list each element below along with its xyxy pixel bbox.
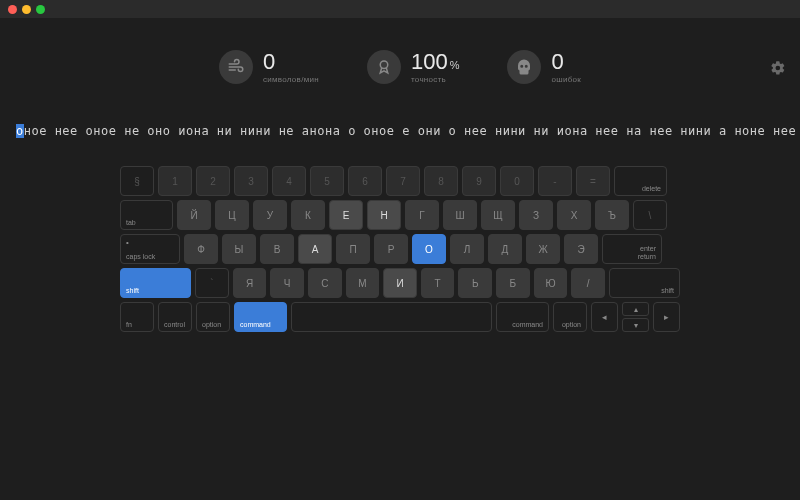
key-Г[interactable]: Г (405, 200, 439, 230)
key-left-command[interactable]: command (234, 302, 287, 332)
key-arrow-up[interactable]: ▴ (622, 302, 649, 316)
key-Р[interactable]: Р (374, 234, 408, 264)
speed-label: символов/мин (263, 75, 319, 84)
keyboard: §1234567890-=delete tabЙЦУКЕНГШЩЗХЪ\ •ca… (120, 166, 680, 332)
key-arrow-down[interactable]: ▾ (622, 318, 649, 332)
key-К[interactable]: К (291, 200, 325, 230)
key-Т[interactable]: Т (421, 268, 455, 298)
key-З[interactable]: З (519, 200, 553, 230)
key-5[interactable]: 5 (310, 166, 344, 196)
settings-button[interactable] (770, 60, 786, 76)
key-О[interactable]: О (412, 234, 446, 264)
key-return[interactable]: enterreturn (602, 234, 662, 264)
window-titlebar (0, 0, 800, 18)
key-§[interactable]: § (120, 166, 154, 196)
key-С[interactable]: С (308, 268, 342, 298)
key-Ж[interactable]: Ж (526, 234, 560, 264)
key-left-shift[interactable]: shift (120, 268, 191, 298)
key-Ь[interactable]: Ь (458, 268, 492, 298)
key-capslock[interactable]: •caps lock (120, 234, 180, 264)
key-Ы[interactable]: Ы (222, 234, 256, 264)
key-3[interactable]: 3 (234, 166, 268, 196)
accuracy-value: 100 (411, 51, 448, 73)
stat-speed: 0 символов/мин (219, 50, 319, 84)
key-9[interactable]: 9 (462, 166, 496, 196)
close-window-button[interactable] (8, 5, 17, 14)
key-arrow-left[interactable]: ◂ (591, 302, 618, 332)
key-\[interactable]: \ (633, 200, 667, 230)
speed-value: 0 (263, 51, 275, 73)
typing-rest: ное нее оное не оно иона ни нини не анон… (24, 124, 796, 138)
key-control[interactable]: control (158, 302, 192, 332)
key-Л[interactable]: Л (450, 234, 484, 264)
wind-icon (219, 50, 253, 84)
accuracy-label: точность (411, 75, 460, 84)
key-Е[interactable]: Е (329, 200, 363, 230)
award-icon (367, 50, 401, 84)
key-Я[interactable]: Я (233, 268, 267, 298)
key-`[interactable]: ` (195, 268, 229, 298)
stat-errors: 0 ошибок (507, 50, 581, 84)
accuracy-suffix: % (450, 60, 460, 71)
key--[interactable]: - (538, 166, 572, 196)
key-fn[interactable]: fn (120, 302, 154, 332)
key-Щ[interactable]: Щ (481, 200, 515, 230)
key-Х[interactable]: Х (557, 200, 591, 230)
key-А[interactable]: А (298, 234, 332, 264)
key-7[interactable]: 7 (386, 166, 420, 196)
key-6[interactable]: 6 (348, 166, 382, 196)
typing-line[interactable]: оное нее оное не оно иона ни нини не ано… (0, 124, 800, 138)
key-Й[interactable]: Й (177, 200, 211, 230)
key-tab[interactable]: tab (120, 200, 173, 230)
key-Н[interactable]: Н (367, 200, 401, 230)
skull-icon (507, 50, 541, 84)
key-Ю[interactable]: Ю (534, 268, 568, 298)
key-Ц[interactable]: Ц (215, 200, 249, 230)
stats-row: 0 символов/мин 100% точность 0 ошибок (0, 50, 800, 84)
key-М[interactable]: М (346, 268, 380, 298)
typing-cursor: о (16, 124, 24, 138)
key-delete[interactable]: delete (614, 166, 667, 196)
svg-point-0 (380, 61, 388, 69)
key-Ъ[interactable]: Ъ (595, 200, 629, 230)
key-right-shift[interactable]: shift (609, 268, 680, 298)
key-left-option[interactable]: option (196, 302, 230, 332)
key-Ф[interactable]: Ф (184, 234, 218, 264)
key-=[interactable]: = (576, 166, 610, 196)
key-2[interactable]: 2 (196, 166, 230, 196)
key-П[interactable]: П (336, 234, 370, 264)
key-right-command[interactable]: command (496, 302, 549, 332)
stat-accuracy: 100% точность (367, 50, 460, 84)
key-right-option[interactable]: option (553, 302, 587, 332)
key-1[interactable]: 1 (158, 166, 192, 196)
key-/[interactable]: / (571, 268, 605, 298)
key-Ч[interactable]: Ч (270, 268, 304, 298)
errors-label: ошибок (551, 75, 581, 84)
key-В[interactable]: В (260, 234, 294, 264)
key-Б[interactable]: Б (496, 268, 530, 298)
key-Э[interactable]: Э (564, 234, 598, 264)
errors-value: 0 (551, 51, 563, 73)
key-space[interactable] (291, 302, 492, 332)
app-frame: 0 символов/мин 100% точность 0 ошибок он… (0, 50, 800, 500)
minimize-window-button[interactable] (22, 5, 31, 14)
key-arrow-right[interactable]: ▸ (653, 302, 680, 332)
key-4[interactable]: 4 (272, 166, 306, 196)
key-У[interactable]: У (253, 200, 287, 230)
key-Ш[interactable]: Ш (443, 200, 477, 230)
key-И[interactable]: И (383, 268, 417, 298)
maximize-window-button[interactable] (36, 5, 45, 14)
key-8[interactable]: 8 (424, 166, 458, 196)
key-arrow-stack: ▴▾ (622, 302, 649, 332)
key-0[interactable]: 0 (500, 166, 534, 196)
key-Д[interactable]: Д (488, 234, 522, 264)
